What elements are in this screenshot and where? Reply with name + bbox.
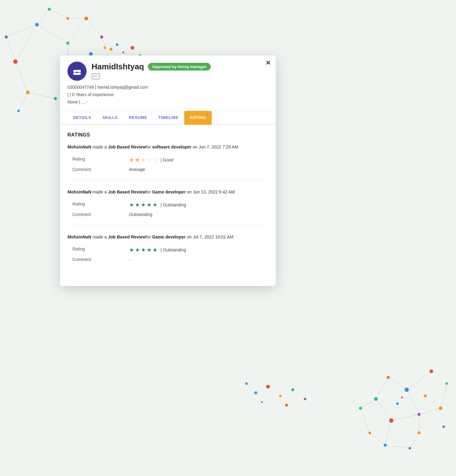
rating-value-1: ★ ★ ★ ☆ ☆ | Good <box>129 157 173 163</box>
svg-line-0 <box>15 25 37 62</box>
svg-point-17 <box>13 59 18 64</box>
stars-2: ★ ★ ★ ★ ★ <box>129 201 157 208</box>
svg-point-68 <box>442 425 445 428</box>
svg-line-3 <box>86 18 102 37</box>
scattered-dots-bottom <box>231 368 324 414</box>
svg-point-79 <box>291 388 294 391</box>
svg-point-82 <box>285 404 288 407</box>
svg-point-26 <box>48 8 51 11</box>
svg-point-59 <box>389 418 393 423</box>
star-1-4: ☆ <box>147 157 152 163</box>
close-button[interactable]: ✕ <box>266 60 271 66</box>
star-2-3: ★ <box>141 201 146 208</box>
svg-line-12 <box>6 37 15 62</box>
avatar <box>67 62 87 81</box>
star-3-3: ★ <box>141 246 146 253</box>
reviewer-3: MohsinNaN <box>67 234 91 239</box>
review-job-2: Game developer <box>152 189 186 194</box>
review-row-rating-3: Rating ★ ★ ★ ★ ★ | Outstanding <box>67 245 268 255</box>
svg-point-52 <box>430 369 433 373</box>
stars-1: ★ ★ ★ ☆ ☆ <box>129 157 157 163</box>
contact-info: 03000047749 | hamid.ishtyaq@gmail.com | … <box>67 84 268 106</box>
rating-value-2: ★ ★ ★ ★ ★ | Outstanding <box>129 201 186 208</box>
svg-point-78 <box>279 395 282 397</box>
review-row-comment-1: Comment Average <box>67 165 268 174</box>
star-3-1: ★ <box>129 246 134 253</box>
stars-3: ★ ★ ★ ★ ★ <box>129 246 157 253</box>
phone-email: 03000047749 | hamid.ishtyaq@gmail.com <box>67 84 268 91</box>
review-date-1: Jun 7, 2022 7:29 AM <box>199 144 238 149</box>
review-job-1: software developer <box>152 144 192 149</box>
svg-point-81 <box>261 401 263 403</box>
svg-point-66 <box>401 397 403 398</box>
tab-resume[interactable]: RESUME <box>123 111 153 125</box>
svg-line-42 <box>376 377 388 399</box>
name-row: HamidIshtyaq Approved by hiring manager <box>92 62 268 71</box>
svg-point-54 <box>417 413 421 416</box>
review-date-3: Jul 7, 2022 10:01 AM <box>193 234 234 239</box>
review-type-3: Job Based Review <box>108 234 146 239</box>
review-title-3: MohsinNaN made a Job Based Reviewfor Gam… <box>67 234 268 240</box>
star-3-4: ★ <box>147 246 152 253</box>
svg-line-40 <box>441 384 447 408</box>
svg-point-63 <box>359 407 362 410</box>
candidate-modal: HamidIshtyaq Approved by hiring manager … <box>60 55 276 286</box>
svg-line-45 <box>385 421 391 445</box>
tab-details[interactable]: DETAILS <box>67 111 97 125</box>
svg-line-37 <box>407 371 431 390</box>
review-type-1: Job Based Review <box>108 144 146 149</box>
svg-point-57 <box>387 376 390 379</box>
svg-line-2 <box>68 18 86 43</box>
svg-line-41 <box>388 377 407 390</box>
approved-badge: Approved by hiring manager <box>148 63 211 71</box>
svg-point-71 <box>122 51 124 53</box>
svg-line-38 <box>407 390 419 414</box>
tabs-bar: DETAILS SKILLS RESUME TIMELINE Rating <box>60 111 276 125</box>
svg-point-18 <box>35 23 39 26</box>
review-row-rating-2: Rating ★ ★ ★ ★ ★ | Outstanding <box>67 200 268 210</box>
id-icon <box>92 73 100 81</box>
modal-header: HamidIshtyaq Approved by hiring manager … <box>60 55 276 111</box>
rating-block-2: MohsinNaN made a Job Based Reviewfor Gam… <box>67 189 268 225</box>
svg-line-1 <box>37 25 68 43</box>
rating-label-1: Rating <box>67 157 129 163</box>
reviewer-2: MohsinNaN <box>67 189 91 194</box>
star-3-2: ★ <box>135 246 140 253</box>
comment-value-2: Outstanding <box>129 212 153 217</box>
star-2-4: ★ <box>147 201 152 208</box>
comment-label-1: Comment <box>67 167 129 172</box>
comment-text-2: Outstanding <box>129 212 153 217</box>
experience: | | 0 Years of experience <box>67 91 268 99</box>
rating-text-3: | Outstanding <box>161 247 186 252</box>
review-row-comment-3: Comment - <box>67 255 268 264</box>
svg-point-83 <box>245 382 248 385</box>
tab-skills[interactable]: SKILLS <box>97 111 123 125</box>
header-info: HamidIshtyaq Approved by hiring manager <box>92 62 268 81</box>
svg-point-53 <box>405 388 409 392</box>
svg-line-47 <box>410 433 419 448</box>
review-row-rating-1: Rating ★ ★ ★ ☆ ☆ | Good <box>67 155 268 165</box>
svg-point-64 <box>368 432 371 434</box>
svg-point-72 <box>131 46 134 50</box>
candidate-name: HamidIshtyaq <box>92 62 144 71</box>
tab-timeline[interactable]: TIMELINE <box>153 111 184 125</box>
svg-point-31 <box>17 110 20 112</box>
comment-value-3: - <box>129 257 131 262</box>
svg-point-65 <box>396 402 399 405</box>
svg-point-69 <box>109 48 112 51</box>
svg-point-27 <box>67 17 69 20</box>
comment-value-1: Average <box>129 167 145 172</box>
svg-line-39 <box>419 408 441 414</box>
svg-point-58 <box>374 397 378 401</box>
star-1-2: ★ <box>135 157 140 163</box>
svg-line-50 <box>360 408 370 433</box>
svg-line-43 <box>376 399 391 421</box>
comment-label-2: Comment <box>67 212 129 217</box>
svg-line-49 <box>360 399 376 408</box>
svg-line-44 <box>391 414 419 421</box>
review-row-comment-2: Comment Outstanding <box>67 210 268 219</box>
svg-point-77 <box>266 385 270 389</box>
svg-line-10 <box>49 9 68 18</box>
tab-rating[interactable]: Rating <box>184 111 212 125</box>
svg-point-20 <box>84 17 88 20</box>
